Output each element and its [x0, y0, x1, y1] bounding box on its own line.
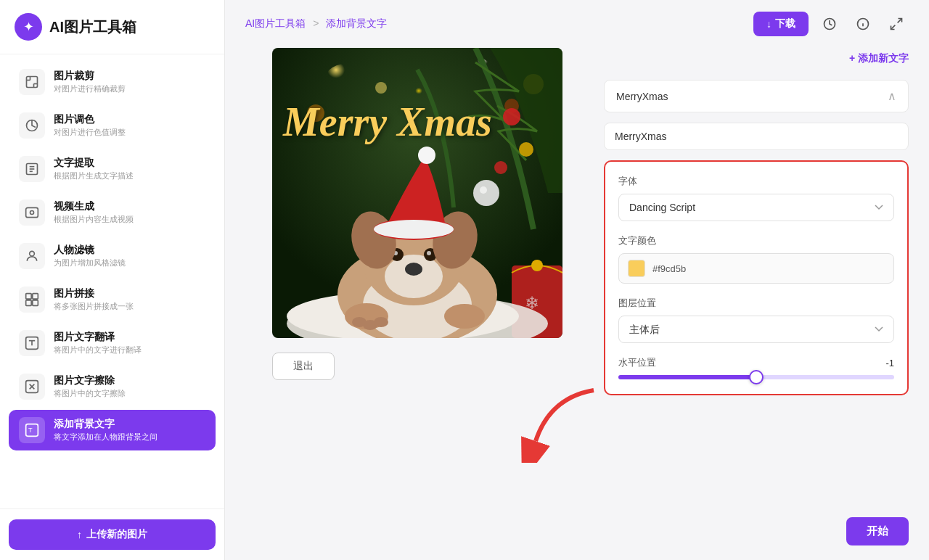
sidebar-label-crop: 图片裁剪: [54, 70, 126, 83]
download-icon: ↓: [766, 18, 772, 30]
font-setting-row: 字体 Dancing Script Arial Times New Roman …: [618, 175, 894, 221]
svg-line-30: [891, 25, 896, 30]
svg-point-45: [531, 260, 543, 271]
svg-point-35: [307, 104, 324, 122]
position-label: 水平位置: [618, 356, 656, 369]
font-label: 字体: [618, 175, 894, 188]
layer-select[interactable]: 主体后 主体前: [618, 316, 894, 343]
layer-setting-row: 图层位置 主体后 主体前: [618, 297, 894, 343]
sidebar-item-bg-text[interactable]: T 添加背景文字 将文字添加在人物跟背景之间: [9, 410, 216, 450]
app-title: AI图片工具箱: [49, 17, 136, 37]
sidebar-desc-text-extract: 根据图片生成文字描述: [54, 170, 134, 181]
svg-point-41: [494, 161, 507, 174]
position-slider-row: 水平位置 -1: [618, 356, 894, 379]
svg-point-11: [30, 211, 34, 215]
upload-button[interactable]: ↑ 上传新的图片: [9, 519, 216, 550]
header-actions: ↓ 下载: [753, 12, 909, 36]
arrow-indicator: [521, 376, 608, 466]
layer-label: 图层位置: [618, 297, 894, 310]
svg-point-43: [480, 186, 487, 194]
sidebar-header: ✦ AI图片工具箱: [0, 0, 224, 54]
sidebar-desc-video: 根据图片内容生成视频: [54, 214, 134, 225]
svg-point-42: [473, 180, 499, 206]
translate-icon: [19, 330, 45, 356]
sidebar-item-video[interactable]: 视频生成 根据图片内容生成视频: [9, 192, 216, 233]
main-content: AI图片工具箱 > 添加背景文字 ↓ 下载: [225, 0, 929, 560]
sidebar-label-translate: 图片文字翻译: [54, 331, 142, 344]
breadcrumb-current: 添加背景文字: [326, 17, 387, 29]
font-select[interactable]: Dancing Script Arial Times New Roman Geo…: [618, 194, 894, 221]
svg-point-40: [519, 142, 533, 157]
sidebar-label-erase: 图片文字擦除: [54, 374, 126, 387]
crop-icon: [19, 69, 45, 95]
portrait-icon: [19, 243, 45, 269]
sidebar-desc-color: 对图片进行色值调整: [54, 127, 126, 138]
svg-point-64: [444, 304, 485, 329]
color-hex-value: #f9cd5b: [652, 263, 686, 274]
video-icon: [19, 199, 45, 226]
position-value: -1: [885, 358, 894, 368]
svg-rect-16: [33, 300, 38, 306]
svg-point-62: [374, 220, 454, 239]
exit-button[interactable]: 退出: [272, 353, 335, 380]
svg-point-53: [405, 263, 422, 276]
svg-point-32: [323, 64, 367, 104]
main-header: AI图片工具箱 > 添加背景文字 ↓ 下载: [225, 0, 929, 48]
settings-panel: 字体 Dancing Script Arial Times New Roman …: [604, 160, 909, 395]
sidebar-item-erase[interactable]: 图片文字擦除 将图片中的文字擦除: [9, 366, 216, 407]
color-picker-row[interactable]: #f9cd5b: [618, 253, 894, 284]
sidebar-item-crop[interactable]: 图片裁剪 对图片进行精确裁剪: [9, 62, 216, 102]
sidebar-label-video: 视频生成: [54, 200, 134, 213]
svg-rect-14: [33, 294, 38, 300]
sidebar-item-color[interactable]: 图片调色 对图片进行色值调整: [9, 105, 216, 146]
text-name-input[interactable]: [604, 123, 909, 150]
svg-point-57: [427, 251, 431, 255]
sidebar-desc-crop: 对图片进行精确裁剪: [54, 83, 126, 94]
main-body: ❄: [225, 48, 929, 560]
main-image: ❄: [272, 48, 562, 338]
stitch-icon: [19, 287, 45, 313]
breadcrumb-separator: >: [313, 17, 322, 29]
sidebar-nav: 图片裁剪 对图片进行精确裁剪 图片调色 对图片进行色值调整 文字提取 根据图片生…: [0, 54, 224, 508]
expand-button[interactable]: [884, 12, 909, 36]
download-button[interactable]: ↓ 下载: [753, 12, 809, 36]
svg-point-52: [385, 255, 443, 298]
svg-point-12: [30, 251, 35, 256]
svg-rect-0: [27, 77, 38, 88]
svg-rect-10: [26, 207, 38, 217]
history-button[interactable]: [817, 12, 842, 36]
info-button[interactable]: [851, 12, 875, 36]
sidebar-desc-bg-text: 将文字添加在人物跟背景之间: [54, 432, 157, 442]
sidebar-item-portrait[interactable]: 人物滤镜 为图片增加风格滤镜: [9, 236, 216, 276]
right-panel: + 添加新文字 MerryXmas ∧ 字体 Dancing Script Ar…: [604, 48, 909, 545]
bg-text-icon: T: [19, 417, 45, 443]
sidebar-item-stitch[interactable]: 图片拼接 将多张图片拼接成一张: [9, 279, 216, 320]
color-label: 文字颜色: [618, 234, 894, 247]
breadcrumb-home[interactable]: AI图片工具箱: [245, 17, 306, 29]
color-setting-row: 文字颜色 #f9cd5b: [618, 234, 894, 284]
sidebar-desc-portrait: 为图片增加风格滤镜: [54, 258, 126, 268]
download-label: 下载: [775, 17, 795, 30]
svg-text:T: T: [28, 427, 33, 434]
breadcrumb: AI图片工具箱 > 添加背景文字: [245, 17, 387, 30]
sidebar-label-stitch: 图片拼接: [54, 287, 134, 300]
sidebar: ✦ AI图片工具箱 图片裁剪 对图片进行精确裁剪 图片调色 对图片进行色值调整: [0, 0, 225, 560]
text-extract-icon: [19, 156, 45, 182]
image-bottom-actions: 退出: [272, 353, 562, 380]
sidebar-item-translate[interactable]: 图片文字翻译 将图片中的文字进行翻译: [9, 323, 216, 363]
add-text-button[interactable]: + 添加新文字: [849, 48, 909, 70]
start-button[interactable]: 开始: [846, 517, 909, 545]
svg-point-61: [418, 147, 435, 164]
sidebar-label-portrait: 人物滤镜: [54, 244, 126, 257]
image-container: ❄: [272, 48, 562, 338]
text-item-header[interactable]: MerryXmas ∧: [604, 80, 909, 112]
upload-icon: ↑: [77, 529, 82, 540]
sidebar-item-text-extract[interactable]: 文字提取 根据图片生成文字描述: [9, 149, 216, 189]
text-item-label: MerryXmas: [616, 91, 668, 102]
position-slider[interactable]: [618, 375, 894, 379]
app-logo-icon: ✦: [15, 13, 42, 41]
svg-point-37: [375, 82, 387, 94]
sidebar-label-color: 图片调色: [54, 113, 126, 126]
sidebar-label-text-extract: 文字提取: [54, 157, 134, 170]
svg-line-29: [898, 19, 902, 23]
